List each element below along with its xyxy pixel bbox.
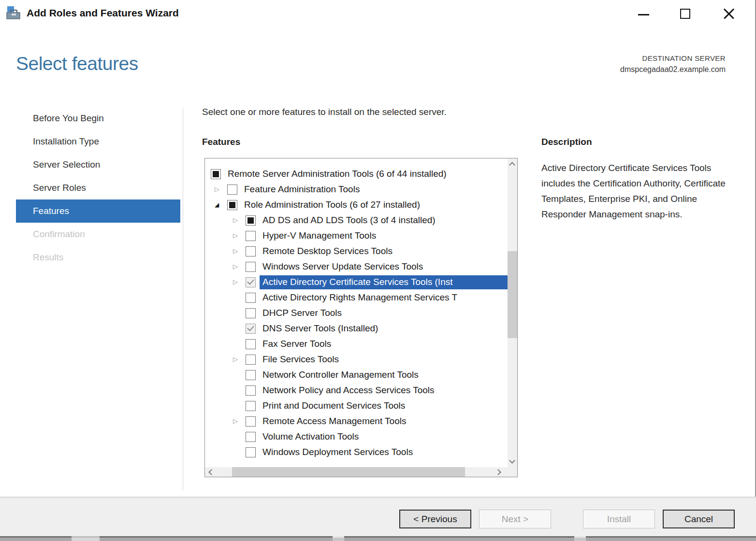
tree-row[interactable]: DHCP Server Tools bbox=[205, 305, 508, 321]
sidebar-item-features[interactable]: Features bbox=[16, 199, 180, 223]
sidebar-item-server-selection[interactable]: Server Selection bbox=[16, 153, 180, 176]
destination-server-block: DESTINATION SERVER dmspcegadaa02.example… bbox=[620, 54, 726, 74]
maximize-button[interactable] bbox=[678, 6, 693, 21]
tree-row-selected[interactable]: Active Directory Certificate Services To… bbox=[205, 274, 508, 290]
checkbox-unchecked[interactable] bbox=[246, 262, 256, 272]
app-toolbox-icon bbox=[6, 6, 21, 21]
features-tree-rows: Remote Server Administration Tools (6 of… bbox=[205, 158, 508, 467]
tree-row[interactable]: Feature Administration Tools bbox=[205, 182, 508, 197]
tree-item-label: Role Administration Tools (6 of 27 insta… bbox=[241, 198, 508, 212]
sidebar-item-before-you-begin[interactable]: Before You Begin bbox=[16, 107, 180, 130]
checkbox-unchecked[interactable] bbox=[246, 246, 256, 256]
close-button[interactable] bbox=[721, 6, 737, 21]
tree-item-label: DHCP Server Tools bbox=[260, 306, 508, 320]
scroll-down-icon[interactable] bbox=[509, 457, 515, 464]
cancel-button[interactable]: Cancel bbox=[663, 510, 735, 528]
checkbox-indeterminate[interactable] bbox=[246, 215, 256, 226]
tree-item-label: Active Directory Certificate Services To… bbox=[260, 275, 508, 289]
tree-row[interactable]: Remote Server Administration Tools (6 of… bbox=[205, 166, 508, 182]
checkbox-unchecked[interactable] bbox=[246, 308, 256, 318]
tree-item-label: AD DS and AD LDS Tools (3 of 4 installed… bbox=[260, 214, 508, 228]
checkbox-indeterminate[interactable] bbox=[227, 200, 237, 210]
wizard-steps-sidebar: Before You Begin Installation Type Serve… bbox=[16, 107, 180, 269]
tree-row[interactable]: Windows Deployment Services Tools bbox=[205, 444, 508, 460]
tree-row[interactable]: Print and Document Services Tools bbox=[205, 398, 508, 413]
checkbox-unchecked[interactable] bbox=[246, 401, 256, 411]
checkbox-unchecked[interactable] bbox=[246, 370, 256, 380]
checkbox-unchecked[interactable] bbox=[246, 416, 256, 427]
tree-item-label: File Services Tools bbox=[260, 353, 508, 367]
tree-item-label: Network Policy and Access Services Tools bbox=[260, 384, 508, 398]
previous-button[interactable]: < Previous bbox=[399, 510, 471, 528]
sidebar-divider bbox=[183, 108, 183, 491]
tree-item-label: Remote Desktop Services Tools bbox=[260, 244, 508, 258]
expander-expanded-icon[interactable] bbox=[215, 200, 227, 210]
tree-row[interactable]: Hyper-V Management Tools bbox=[205, 228, 508, 243]
checkbox-unchecked[interactable] bbox=[246, 339, 256, 349]
tree-row[interactable]: Windows Server Update Services Tools bbox=[205, 259, 508, 274]
tree-row[interactable]: Remote Desktop Services Tools bbox=[205, 243, 508, 259]
expander-collapsed-icon[interactable] bbox=[233, 215, 246, 225]
tree-item-label: Active Directory Rights Management Servi… bbox=[260, 291, 508, 305]
expander-collapsed-icon[interactable] bbox=[233, 416, 246, 426]
expander-collapsed-icon[interactable] bbox=[233, 355, 246, 364]
checkbox-unchecked[interactable] bbox=[246, 355, 256, 365]
description-heading: Description bbox=[541, 137, 592, 147]
expander-collapsed-icon[interactable] bbox=[215, 185, 227, 194]
checkbox-indeterminate[interactable] bbox=[211, 169, 221, 179]
tree-item-label: DNS Server Tools (Installed) bbox=[260, 322, 508, 336]
title-bar[interactable]: Add Roles and Features Wizard bbox=[0, 0, 756, 28]
scroll-left-icon[interactable] bbox=[208, 469, 215, 475]
tree-row[interactable]: Role Administration Tools (6 of 27 insta… bbox=[205, 197, 508, 213]
vertical-scrollbar-thumb[interactable] bbox=[508, 251, 517, 338]
destination-server-name: dmspcegadaa02.example.com bbox=[620, 65, 726, 74]
checkbox-unchecked[interactable] bbox=[227, 185, 237, 195]
expander-collapsed-icon[interactable] bbox=[233, 231, 246, 241]
window-title: Add Roles and Features Wizard bbox=[27, 7, 179, 19]
checkbox-unchecked[interactable] bbox=[246, 447, 256, 457]
sidebar-item-installation-type[interactable]: Installation Type bbox=[16, 130, 180, 153]
checkbox-unchecked[interactable] bbox=[246, 293, 256, 303]
tree-item-label: Remote Server Administration Tools (6 of… bbox=[225, 167, 508, 181]
vertical-scrollbar[interactable] bbox=[508, 158, 517, 467]
tree-item-label: Print and Document Services Tools bbox=[260, 399, 508, 413]
checkbox-checked[interactable] bbox=[246, 277, 256, 287]
sidebar-item-confirmation: Confirmation bbox=[16, 223, 180, 246]
tree-row[interactable]: Fax Server Tools bbox=[205, 336, 508, 352]
sidebar-item-server-roles[interactable]: Server Roles bbox=[16, 176, 180, 199]
tree-row[interactable]: Network Policy and Access Services Tools bbox=[205, 383, 508, 398]
tree-row[interactable]: DNS Server Tools (Installed) bbox=[205, 321, 508, 336]
scroll-right-icon[interactable] bbox=[495, 469, 501, 475]
tree-item-label: Feature Administration Tools bbox=[241, 183, 508, 197]
tree-item-label: Windows Server Update Services Tools bbox=[260, 260, 508, 274]
checkbox-unchecked[interactable] bbox=[246, 231, 256, 241]
features-section-label: Features bbox=[202, 137, 240, 147]
checkbox-unchecked[interactable] bbox=[246, 385, 256, 396]
minimize-button[interactable] bbox=[636, 6, 652, 21]
expander-collapsed-icon[interactable] bbox=[233, 246, 246, 256]
tree-row[interactable]: Remote Access Management Tools bbox=[205, 413, 508, 429]
wizard-window: Add Roles and Features Wizard Select fea… bbox=[0, 0, 756, 541]
minimize-icon bbox=[638, 14, 649, 15]
expander-collapsed-icon[interactable] bbox=[233, 277, 246, 287]
install-button: Install bbox=[583, 510, 655, 528]
scroll-up-icon[interactable] bbox=[509, 162, 515, 168]
tree-row[interactable]: Volume Activation Tools bbox=[205, 429, 508, 444]
horizontal-scrollbar-thumb[interactable] bbox=[232, 467, 465, 477]
tree-row[interactable]: File Services Tools bbox=[205, 352, 508, 367]
sidebar-item-results: Results bbox=[16, 246, 180, 269]
next-button: Next > bbox=[479, 510, 551, 528]
expander-collapsed-icon[interactable] bbox=[233, 262, 246, 271]
taskbar-segment bbox=[333, 536, 344, 541]
checkbox-checked[interactable] bbox=[246, 324, 256, 334]
tree-item-label: Network Controller Management Tools bbox=[260, 368, 508, 382]
tree-row[interactable]: Network Controller Management Tools bbox=[205, 367, 508, 383]
tree-row[interactable]: Active Directory Rights Management Servi… bbox=[205, 290, 508, 305]
checkbox-unchecked[interactable] bbox=[246, 432, 256, 442]
tree-item-label: Fax Server Tools bbox=[260, 337, 508, 351]
maximize-icon bbox=[680, 9, 690, 19]
horizontal-scrollbar[interactable] bbox=[205, 467, 517, 477]
destination-server-label: DESTINATION SERVER bbox=[620, 54, 726, 62]
tree-row[interactable]: AD DS and AD LDS Tools (3 of 4 installed… bbox=[205, 213, 508, 228]
tree-item-label: Hyper-V Management Tools bbox=[260, 229, 508, 243]
